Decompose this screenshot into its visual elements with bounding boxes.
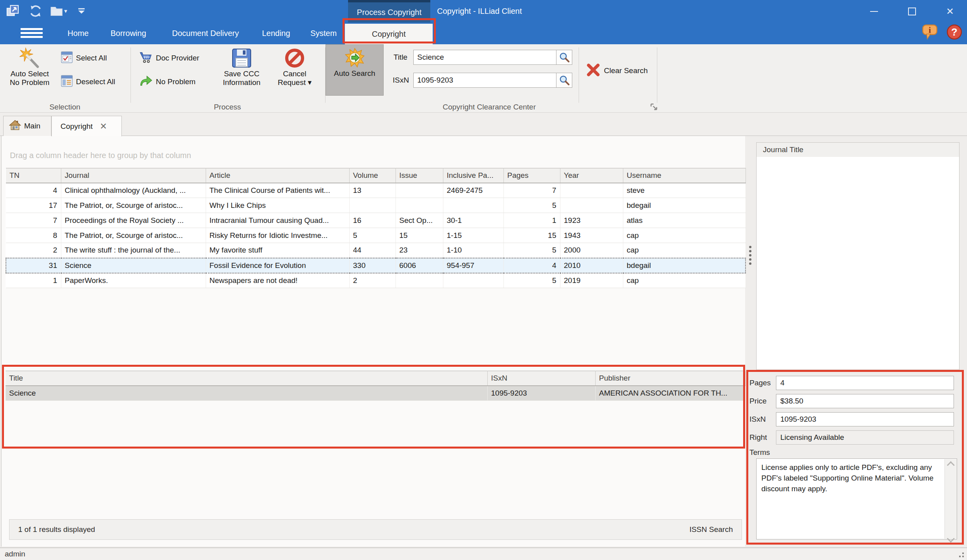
dialog-launcher-icon[interactable] (650, 103, 659, 111)
ribbon-tab-document-delivery[interactable]: Document Delivery (163, 23, 248, 44)
close-icon: ✕ (946, 7, 954, 16)
quick-access-toolbar: ▾ (4, 3, 90, 19)
pages-field[interactable]: 4 (776, 376, 954, 390)
maximize-icon (908, 8, 916, 15)
save-ccc-information-button[interactable]: Save CCC Information (212, 45, 271, 96)
results-footer: 1 of 1 results displayed ISSN Search (9, 519, 742, 540)
customize-quick-access-icon[interactable] (73, 3, 90, 19)
table-row[interactable]: 17 The Patriot, or, Scourge of aristoc..… (6, 198, 746, 213)
dropdown-caret-icon: ▾ (64, 8, 67, 15)
results-count: 1 of 1 results displayed (18, 525, 95, 534)
minimize-icon (870, 11, 878, 12)
column-header-volume[interactable]: Volume (349, 168, 396, 183)
group-separator (657, 47, 657, 103)
auto-search-starburst-icon (345, 46, 365, 69)
column-header-inclusive-pages[interactable]: Inclusive Pa... (443, 168, 503, 183)
column-header-tn[interactable]: TN (6, 168, 61, 183)
ribbon-tab-system[interactable]: System (304, 23, 343, 44)
isxn-search-label: ISxN (393, 73, 409, 88)
process-copyright-contextual-tab[interactable]: Process Copyright (348, 0, 430, 23)
column-header-pages[interactable]: Pages (503, 168, 560, 183)
right-field: Licensing Available (776, 430, 954, 445)
document-tab-strip: Main Copyright ✕ (0, 113, 967, 136)
magnifier-icon (558, 74, 570, 86)
price-label: Price (749, 394, 766, 408)
results-row-selected[interactable]: Science 1095-9203 AMERICAN ASSOCIATION F… (6, 386, 745, 401)
clear-search-button[interactable]: Clear Search (586, 64, 648, 77)
column-header-journal[interactable]: Journal (61, 168, 206, 183)
deselect-all-icon (61, 75, 73, 89)
new-request-icon[interactable]: ▾ (50, 3, 67, 19)
tab-main[interactable]: Main (3, 116, 51, 136)
isxn-search-button[interactable] (556, 73, 572, 88)
doc-provider-button[interactable]: Doc Provider (139, 51, 199, 65)
column-header-article[interactable]: Article (206, 168, 349, 183)
results-header-row: Title ISxN Publisher (6, 371, 745, 386)
ribbon-tab-copyright-active[interactable]: Copyright (345, 24, 433, 44)
group-by-hint: Drag a column header here to group by th… (10, 151, 191, 160)
group-separator (131, 47, 131, 103)
logged-in-user: admin (5, 550, 25, 558)
terms-scrollbar[interactable] (944, 459, 957, 539)
title-search-button[interactable] (556, 50, 572, 65)
resize-grip[interactable] (958, 551, 964, 557)
cancel-request-button[interactable]: Cancel Request ▾ (265, 45, 324, 96)
panel-splitter-handle[interactable] (749, 246, 754, 265)
ribbon-tab-lending[interactable]: Lending (256, 23, 296, 44)
table-row[interactable]: 8 The Patriot, or, Scourge of aristoc...… (6, 228, 746, 243)
group-label-copyright-clearance-center: Copyright Clearance Center (410, 102, 568, 112)
journal-title-list[interactable] (756, 157, 959, 370)
close-button[interactable]: ✕ (936, 0, 964, 23)
scroll-down-icon[interactable] (947, 535, 955, 543)
terms-label: Terms (749, 445, 770, 460)
group-label-selection: Selection (25, 102, 104, 112)
illiad-client-window: ▾ Process Copyright Copyright - ILLiad C… (0, 0, 967, 560)
svg-text:i: i (929, 25, 931, 35)
column-header-username[interactable]: Username (623, 168, 746, 183)
column-header-issue[interactable]: Issue (396, 168, 443, 183)
column-header-year[interactable]: Year (560, 168, 623, 183)
no-problem-button[interactable]: No Problem (139, 75, 195, 89)
column-header-publisher[interactable]: Publisher (595, 371, 745, 386)
auto-search-button[interactable]: Auto Search (325, 44, 384, 96)
magic-wand-icon (19, 47, 40, 70)
terms-textarea[interactable]: License applies only to article PDF's, e… (756, 458, 957, 539)
price-field[interactable]: $38.50 (776, 394, 954, 408)
deselect-all-button[interactable]: Deselect All (61, 75, 115, 89)
title-search-input[interactable]: Science (413, 50, 556, 65)
table-row[interactable]: 4 Clinical ophthalmology (Auckland, ... … (6, 183, 746, 198)
select-all-button[interactable]: Select All (61, 51, 107, 65)
journal-title-list-header[interactable]: Journal Title (756, 142, 959, 157)
ribbon-tab-home[interactable]: Home (59, 23, 97, 44)
table-row[interactable]: 1 PaperWorks. Newspapers are not dead! 2… (6, 273, 746, 288)
help-icon[interactable]: ? (946, 24, 963, 42)
isxn-field[interactable]: 1095-9203 (776, 412, 954, 426)
minimize-button[interactable] (860, 0, 888, 23)
title-bar: ▾ Process Copyright Copyright - ILLiad C… (0, 0, 967, 23)
right-label: Right (749, 430, 767, 445)
select-all-icon (61, 51, 73, 65)
column-header-isxn[interactable]: ISxN (487, 371, 595, 386)
maximize-button[interactable] (898, 0, 926, 23)
auto-select-no-problem-button[interactable]: Auto Select No Problem (0, 45, 59, 96)
scroll-up-icon[interactable] (947, 461, 955, 469)
magnifier-icon (558, 51, 570, 63)
search-type-label: ISSN Search (689, 525, 733, 534)
tab-copyright[interactable]: Copyright ✕ (51, 116, 122, 136)
ccc-results-grid: Title ISxN Publisher Science 1095-9203 A… (6, 371, 746, 401)
column-header-title[interactable]: Title (6, 371, 487, 386)
window-title: Copyright - ILLiad Client (437, 0, 522, 23)
info-icon[interactable]: i (922, 24, 938, 42)
app-menu-button[interactable] (21, 28, 43, 38)
table-row-selected[interactable]: 31 Science Fossil Evidence for Evolution… (6, 258, 746, 273)
grid-header-row: TN Journal Article Volume Issue Inclusiv… (6, 168, 746, 183)
popout-icon[interactable] (4, 3, 21, 19)
ribbon-tab-borrowing[interactable]: Borrowing (104, 23, 153, 44)
table-row[interactable]: 7 Proceedings of the Royal Society ... I… (6, 213, 746, 228)
status-bar: admin (0, 547, 967, 560)
table-row[interactable]: 2 The write stuff : the journal of the..… (6, 243, 746, 258)
refresh-icon[interactable] (27, 3, 44, 19)
isxn-search-input[interactable]: 1095-9203 (413, 73, 556, 88)
tab-close-icon[interactable]: ✕ (100, 121, 107, 132)
ribbon-body: Auto Select No Problem Select All (0, 44, 967, 113)
